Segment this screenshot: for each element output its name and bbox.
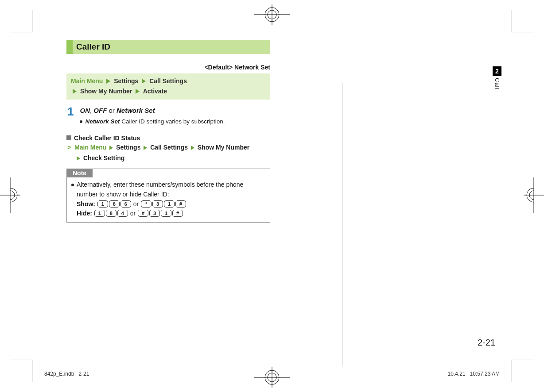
sub-label: Network Set [85,118,120,125]
keycap: 3 [149,210,160,217]
hide-seq-1: 184 [94,210,128,217]
option-on: ON [80,107,90,114]
trail-item: Show My Number [198,144,249,151]
footer-time: 10:57:23 AM [470,371,500,377]
menu-path-item: Settings [114,77,138,85]
trail-item: Call Settings [150,144,188,151]
or-text: or [109,107,114,114]
svg-marker-13 [142,79,146,84]
show-seq-2: *31# [140,200,187,208]
chevron-right-icon [73,87,77,96]
footer-page: 2-21 [78,371,89,377]
keycap: 4 [117,210,128,217]
keycap: 1 [97,200,108,208]
svg-marker-16 [109,146,113,150]
keycap: 1 [94,210,105,217]
crop-mark-bl [10,351,41,382]
page-number: 2-21 [478,338,495,348]
keycap: 1 [161,210,171,217]
keycap: * [141,200,152,208]
show-label: Show: [77,200,95,208]
separator: , [90,107,92,114]
crop-mark-br [503,351,534,382]
keycap: # [138,210,148,217]
side-tab-label: Call [494,78,501,89]
keycap: 8 [109,200,120,208]
chevron-right-icon [106,77,110,86]
note-body: Alternatively, enter these numbers/symbo… [67,177,270,222]
column-divider [342,83,342,366]
registration-target-bottom [254,367,290,388]
page-area: Caller ID <Default> Network Set Main Men… [66,40,500,357]
or-text: or [130,210,136,217]
step-sub-bullet: Network Set Caller ID setting varies by … [80,117,270,126]
svg-marker-18 [191,146,194,150]
footer-left: 842p_E.indb 2-21 [44,371,89,377]
sub-bullet-text: Network Set Caller ID setting varies by … [85,117,225,126]
registration-target-top [254,4,290,25]
svg-marker-12 [106,79,110,84]
sub-text: Caller ID setting varies by subscription… [121,118,225,125]
footer-right: 10.4.21 10:57:23 AM [448,371,500,377]
or-text: or [133,200,139,208]
section-title: Caller ID [73,40,270,54]
check-trail: > Main Menu Settings Call Settings Show … [66,142,270,165]
check-heading-text: Check Caller ID Status [74,135,140,142]
note-intro: Alternatively, enter these numbers/symbo… [77,181,243,198]
default-label: <Default> Network Set [66,64,270,71]
footer-file: 842p_E.indb [44,371,74,377]
hide-label: Hide: [77,210,92,217]
chevron-right-icon [191,143,194,154]
check-heading: Check Caller ID Status [66,135,270,142]
keycap: 6 [120,200,131,208]
square-bullet-icon [66,135,71,140]
step-1: 1 ON, OFF or Network Set Network Set Cal… [66,106,270,127]
bullet-icon [71,184,74,186]
footer-date: 10.4.21 [448,371,466,377]
keycap: 8 [106,210,117,217]
trail-main: Main Menu [74,144,106,151]
step-body: ON, OFF or Network Set Network Set Calle… [80,106,270,127]
chevron-right-icon [136,87,140,96]
chevron-right-icon [144,143,147,154]
section-header: Caller ID [66,40,270,54]
svg-marker-14 [73,89,77,94]
option-off: OFF [93,107,107,114]
menu-path-item: Activate [143,88,167,95]
side-tab: 2 Call [493,66,501,89]
menu-path: Main Menu Settings Call Settings Show My… [66,73,270,100]
keycap: # [175,200,186,208]
registration-target-left [0,177,20,215]
trail-item: Settings [116,144,140,151]
chevron-right-icon [142,77,146,86]
angle-right-icon: > [67,144,71,151]
chevron-right-icon [77,154,80,164]
svg-marker-15 [136,89,140,94]
option-networkset: Network Set [117,107,155,114]
menu-path-main: Main Menu [71,77,103,85]
note-text: Alternatively, enter these numbers/symbo… [77,180,265,219]
keycap: # [172,210,183,217]
registration-target-right [524,177,544,215]
svg-marker-17 [144,146,147,150]
hide-seq-2: #31# [137,210,183,217]
bullet-icon [80,120,82,123]
step-number: 1 [67,106,74,117]
keycap: 3 [152,200,163,208]
crop-mark-tl [10,10,41,41]
chevron-right-icon [109,143,113,154]
note-box: Note Alternatively, enter these numbers/… [66,169,270,223]
svg-marker-19 [77,156,80,161]
keycap: 1 [164,200,175,208]
side-tab-number: 2 [493,66,501,76]
section-accent-bar [66,40,73,54]
content-column: Caller ID <Default> Network Set Main Men… [66,40,270,223]
show-seq-1: 186 [97,200,132,208]
trail-item: Check Setting [83,154,124,161]
crop-mark-tr [503,10,534,41]
note-label: Note [66,169,93,177]
menu-path-item: Show My Number [80,88,132,95]
menu-path-item: Call Settings [149,77,187,85]
footer-meta: 842p_E.indb 2-21 10.4.21 10:57:23 AM [44,371,500,377]
